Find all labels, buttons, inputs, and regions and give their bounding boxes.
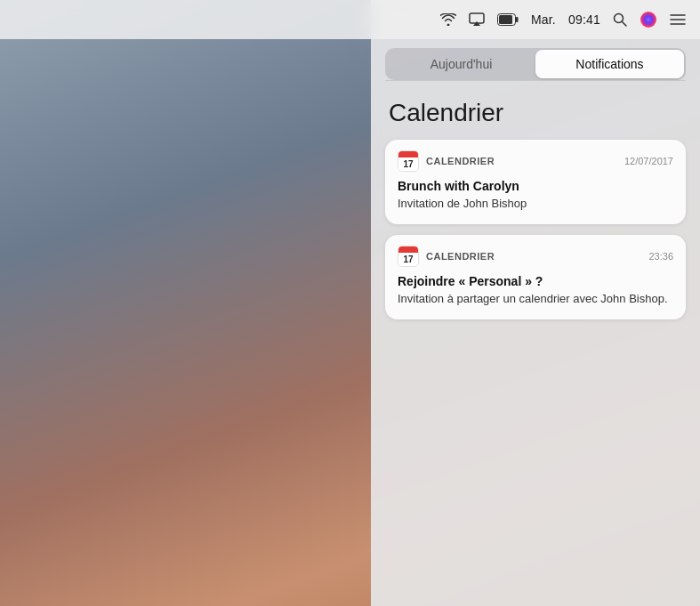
menubar-datetime: Mar.	[531, 12, 556, 27]
calendar-icon-2: 17	[398, 246, 419, 267]
notif-body-1: Invitation de John Bishop	[398, 196, 673, 212]
search-icon[interactable]	[613, 12, 627, 27]
notif-header-1: 17 CALENDRIER 12/07/2017	[398, 150, 673, 172]
menu-icon[interactable]	[670, 13, 686, 26]
svg-rect-3	[516, 17, 519, 22]
menubar-time: 09:41	[568, 12, 600, 27]
menubar: Mar. 09:41	[0, 0, 700, 39]
tab-today[interactable]: Aujourd'hui	[387, 50, 535, 78]
calendar-icon-1: 17	[398, 150, 419, 172]
battery-icon	[497, 13, 519, 26]
notif-app-name-1: CALENDRIER	[426, 156, 495, 166]
notif-title-1: Brunch with Carolyn	[398, 179, 673, 193]
cal-icon-top-1	[398, 151, 418, 158]
notif-header-2: 17 CALENDRIER 23:36	[398, 246, 673, 267]
cal-icon-top-2	[398, 246, 418, 253]
wifi-icon	[440, 13, 456, 26]
notification-card-2[interactable]: 17 CALENDRIER 23:36 Rejoindre « Personal…	[385, 235, 686, 319]
notification-panel: Aujourd'hui Notifications Calendrier 17 …	[371, 0, 700, 606]
notif-time-2: 23:36	[648, 251, 673, 262]
notif-body-2: Invitation à partager un calendrier avec…	[398, 291, 673, 307]
tab-bar: Aujourd'hui Notifications	[385, 48, 686, 80]
notif-header-left-1: 17 CALENDRIER	[398, 150, 495, 172]
notif-time-1: 12/07/2017	[624, 156, 673, 166]
notif-title-2: Rejoindre « Personal » ?	[398, 274, 673, 288]
tab-notifications[interactable]: Notifications	[535, 50, 684, 78]
notification-content: Calendrier 17 CALENDRIER 12/07/2017 Brun…	[371, 81, 700, 606]
svg-line-5	[623, 22, 627, 27]
airplay-icon	[469, 12, 485, 27]
siri-icon[interactable]	[640, 11, 657, 28]
notif-app-name-2: CALENDRIER	[426, 251, 495, 262]
notif-header-left-2: 17 CALENDRIER	[398, 246, 495, 267]
svg-rect-2	[499, 15, 512, 24]
cal-icon-day-2: 17	[398, 253, 418, 266]
svg-point-6	[640, 12, 656, 28]
notification-card-1[interactable]: 17 CALENDRIER 12/07/2017 Brunch with Car…	[385, 140, 686, 224]
section-title: Calendrier	[385, 99, 686, 127]
cal-icon-day-1: 17	[398, 158, 418, 171]
